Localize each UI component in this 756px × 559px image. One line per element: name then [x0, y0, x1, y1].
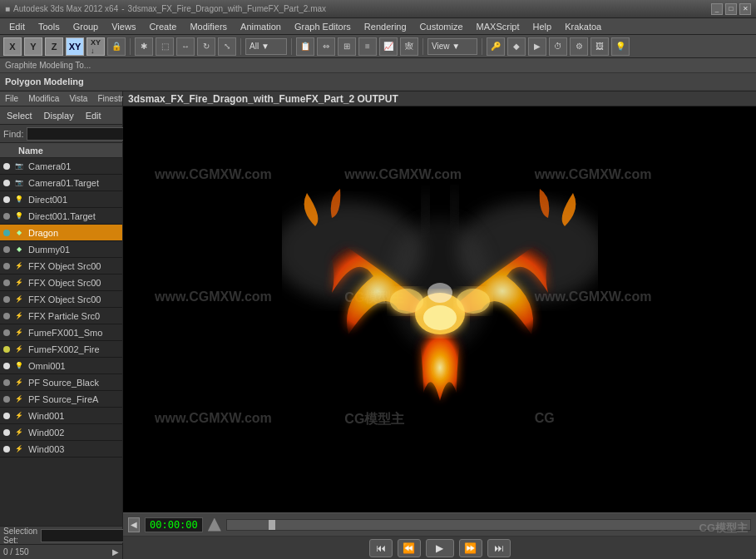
- item-name-5: Dummy01: [28, 245, 70, 255]
- item-icon-7: ⚡: [13, 277, 25, 289]
- menu-help[interactable]: Help: [527, 20, 558, 33]
- selection-arrow[interactable]: ▶: [112, 547, 119, 557]
- axis-x-button[interactable]: X: [3, 37, 22, 56]
- scene-item-1[interactable]: 📷 Camera01.Target: [0, 175, 122, 191]
- scene-item-10[interactable]: ⚡ FumeFX001_Smo: [0, 324, 122, 341]
- menu-edit[interactable]: Edit: [3, 20, 31, 33]
- scene-item-7[interactable]: ⚡ FFX Object Src00: [0, 275, 122, 291]
- scene-item-9[interactable]: ⚡ FFX Particle Src0: [0, 308, 122, 324]
- select-btn[interactable]: Select: [3, 109, 36, 122]
- scene-item-16[interactable]: ⚡ Wind002: [0, 424, 122, 441]
- scene-item-2[interactable]: 💡 Direct001: [0, 191, 122, 208]
- main-content: File Modifica Vista Finestra Guida Selec…: [0, 92, 756, 559]
- axis-z-button[interactable]: Z: [45, 37, 63, 56]
- left-panel: File Modifica Vista Finestra Guida Selec…: [0, 92, 123, 559]
- play-btn-toolbar[interactable]: ▶: [528, 37, 546, 56]
- watermark-3: www.CGMXW.com: [535, 167, 652, 182]
- view-dropdown[interactable]: View ▼: [427, 38, 477, 55]
- mirror-btn[interactable]: ⇔: [317, 37, 335, 56]
- render-btn[interactable]: 🖼: [590, 37, 609, 56]
- minimize-button[interactable]: _: [711, 3, 723, 15]
- play-button[interactable]: ▶: [426, 539, 454, 557]
- scene-item-3[interactable]: 💡 Direct001.Target: [0, 208, 122, 225]
- toolbar-separator-3: [291, 38, 292, 55]
- item-bullet-17: [3, 446, 10, 453]
- schematic-btn[interactable]: 🕸: [400, 37, 418, 56]
- region-select-tool[interactable]: ⬚: [156, 37, 174, 56]
- move-tool[interactable]: ↔: [176, 37, 195, 56]
- active-shade-btn[interactable]: 💡: [611, 37, 630, 56]
- item-bullet-3: [3, 213, 10, 220]
- item-bullet-10: [3, 329, 10, 336]
- display-btn[interactable]: Display: [41, 109, 77, 122]
- close-button[interactable]: ✕: [739, 3, 751, 15]
- menu-tools[interactable]: Tools: [32, 20, 66, 33]
- timeline-filter-icon[interactable]: [208, 518, 221, 532]
- selection-count-bar: 0 / 150 ▶: [0, 544, 122, 559]
- item-icon-6: ⚡: [13, 260, 25, 272]
- next-frame-button[interactable]: ⏩: [459, 539, 482, 557]
- go-to-start-button[interactable]: ⏮: [369, 539, 393, 557]
- item-icon-16: ⚡: [13, 427, 25, 438]
- viewport-title: 3dsmax_FX_Fire_Dragon_with_FumeFX_Part_2…: [128, 93, 398, 105]
- scene-item-0[interactable]: 📷 Camera01: [0, 158, 122, 175]
- menu-create[interactable]: Create: [143, 20, 182, 33]
- scene-list[interactable]: 📷 Camera01 📷 Camera01.Target 💡 Direct001…: [0, 158, 122, 526]
- menu-customize[interactable]: Customize: [414, 20, 469, 33]
- toolbar-separator-2: [240, 38, 241, 55]
- edit-btn[interactable]: Edit: [82, 109, 105, 122]
- maximize-button[interactable]: □: [725, 3, 737, 15]
- menu-modifiers[interactable]: Modifiers: [184, 20, 233, 33]
- menu-animation[interactable]: Animation: [235, 20, 287, 33]
- scene-item-5[interactable]: ◆ Dummy01: [0, 241, 122, 258]
- toolbar-separator-4: [422, 38, 423, 55]
- scene-item-14[interactable]: ⚡ PF Source_FireA: [0, 391, 122, 408]
- title-separator: -: [121, 4, 124, 13]
- go-to-end-button[interactable]: ⏭: [487, 539, 511, 557]
- menu-views[interactable]: Views: [106, 20, 141, 33]
- scene-item-17[interactable]: ⚡ Wind003: [0, 441, 122, 458]
- axis-y-button[interactable]: Y: [24, 37, 42, 56]
- rotate-tool[interactable]: ↻: [197, 37, 215, 56]
- item-bullet-6: [3, 263, 10, 270]
- item-bullet-8: [3, 296, 10, 303]
- select-tool[interactable]: ✱: [135, 37, 153, 56]
- submenu-modifica[interactable]: Modifica: [25, 93, 62, 104]
- axis-xy-button[interactable]: XY: [66, 37, 84, 56]
- timeline-slider[interactable]: [226, 519, 751, 531]
- scene-item-6[interactable]: ⚡ FFX Object Src00: [0, 258, 122, 275]
- viewport[interactable]: www.CGMXW.com www.CGMXW.com www.CGMXW.co…: [123, 106, 756, 512]
- manage-layers-btn[interactable]: ≡: [358, 37, 377, 56]
- scene-item-12[interactable]: 💡 Omni001: [0, 358, 122, 374]
- time-config-btn[interactable]: ⏱: [549, 37, 567, 56]
- polygon-label: Polygon Modeling: [0, 73, 756, 90]
- filter-dropdown[interactable]: All ▼: [245, 38, 287, 55]
- key-mode-btn[interactable]: 🔑: [487, 37, 505, 56]
- scene-item-8[interactable]: ⚡ FFX Object Src00: [0, 291, 122, 308]
- item-bullet-12: [3, 363, 10, 369]
- axis-xy2-button[interactable]: XY↓: [86, 37, 105, 56]
- scene-item-13[interactable]: ⚡ PF Source_Black: [0, 374, 122, 391]
- render-setup-btn[interactable]: ⚙: [570, 37, 588, 56]
- align-btn[interactable]: ⊞: [338, 37, 356, 56]
- timeline-playhead[interactable]: [269, 520, 275, 530]
- item-bullet-9: [3, 313, 10, 319]
- submenu-vista[interactable]: Vista: [66, 93, 91, 104]
- set-key-btn[interactable]: ◆: [507, 37, 526, 56]
- timeline-prev-btn[interactable]: ◀: [128, 517, 140, 532]
- menu-krakatoa[interactable]: Krakatoa: [559, 20, 607, 33]
- menu-group[interactable]: Group: [67, 20, 105, 33]
- named-selection-btn[interactable]: 📋: [296, 37, 314, 56]
- curve-editor-btn[interactable]: 📈: [379, 37, 398, 56]
- lock-button[interactable]: 🔒: [107, 37, 126, 56]
- menu-maxscript[interactable]: MAXScript: [471, 20, 526, 33]
- submenu-file[interactable]: File: [2, 93, 22, 104]
- selection-count-text: 0 / 150: [3, 547, 29, 557]
- scene-item-15[interactable]: ⚡ Wind001: [0, 408, 122, 424]
- scale-tool[interactable]: ⤡: [218, 37, 236, 56]
- prev-frame-button[interactable]: ⏪: [398, 539, 421, 557]
- menu-graph-editors[interactable]: Graph Editors: [289, 20, 357, 33]
- scene-item-4[interactable]: ◆ Dragon: [0, 225, 122, 241]
- scene-item-11[interactable]: ⚡ FumeFX002_Fire: [0, 341, 122, 358]
- menu-rendering[interactable]: Rendering: [358, 20, 413, 33]
